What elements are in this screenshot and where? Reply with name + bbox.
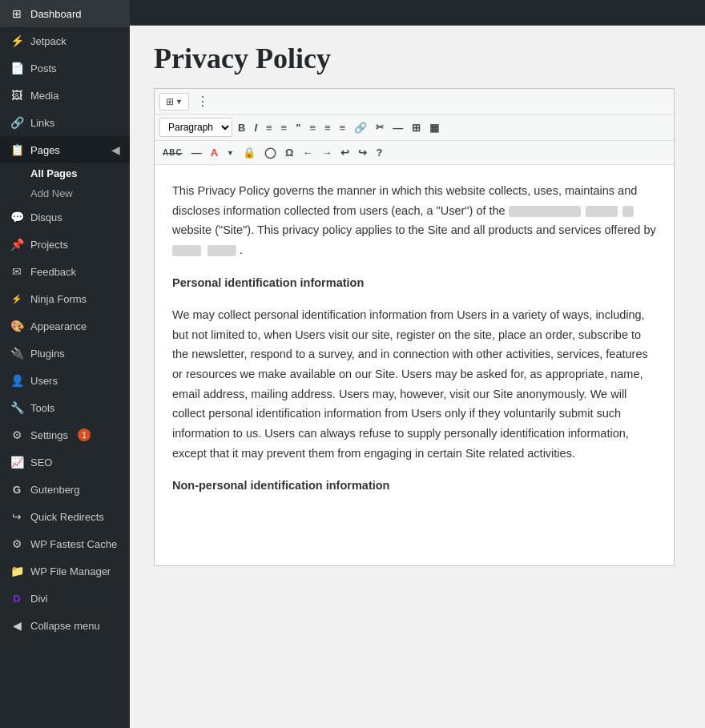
toolbar-more-button[interactable]: ⋮ <box>192 92 213 111</box>
sidebar-item-label: Posts <box>30 62 57 74</box>
undo-button[interactable]: ↩ <box>337 144 352 161</box>
clear-formatting-button[interactable]: ◯ <box>261 144 280 161</box>
collapse-icon: ◀ <box>10 618 24 633</box>
spellcheck-button[interactable]: ABC <box>159 146 186 159</box>
sidebar-item-label: Divi <box>30 593 48 605</box>
sidebar-item-settings[interactable]: ⚙ Settings 1 <box>0 421 130 448</box>
sidebar-item-feedback[interactable]: ✉ Feedback <box>0 258 130 285</box>
align-center-button[interactable]: ≡ <box>321 119 334 136</box>
sidebar-item-label: Tools <box>30 402 54 414</box>
sidebar-item-label: Ninja Forms <box>30 293 87 305</box>
sidebar-item-wp-fastest-cache[interactable]: ⚙ WP Fastest Cache <box>0 530 130 557</box>
settings-icon: ⚙ <box>10 428 24 442</box>
sidebar-item-label: Quick Redirects <box>30 511 104 523</box>
sidebar-item-projects[interactable]: 📌 Projects <box>0 231 130 258</box>
indent-button[interactable]: → <box>318 144 335 161</box>
help-button[interactable]: ? <box>373 144 385 161</box>
sidebar-item-dashboard[interactable]: ⊞ Dashboard <box>0 0 130 27</box>
sidebar-item-ninja-forms[interactable]: ⚡ Ninja Forms <box>0 285 130 312</box>
media-icon: 🖼 <box>10 88 24 103</box>
sidebar: ⊞ Dashboard ⚡ Jetpack 📄 Posts 🖼 Media 🔗 … <box>0 0 130 728</box>
lock-button[interactable]: 🔒 <box>240 144 259 161</box>
sidebar-item-label: Collapse menu <box>30 620 100 632</box>
editor-toolbar-main: Paragraph B I ≡ ≡ " ≡ ≡ ≡ 🔗 ✂ — ⊞ ▦ <box>155 115 674 141</box>
sidebar-item-label: Appearance <box>30 320 87 332</box>
blockquote-button[interactable]: " <box>292 119 304 136</box>
tools-icon: 🔧 <box>10 400 24 415</box>
sidebar-item-collapse[interactable]: ◀ Collapse menu <box>0 612 130 639</box>
sidebar-item-label: Pages <box>30 144 60 156</box>
sidebar-item-plugins[interactable]: 🔌 Plugins <box>0 340 130 367</box>
disqus-icon: 💬 <box>10 210 24 224</box>
sidebar-item-wp-file-manager[interactable]: 📁 WP File Manager <box>0 557 130 585</box>
wp-fastest-cache-icon: ⚙ <box>10 537 24 551</box>
sidebar-item-disqus[interactable]: 💬 Disqus <box>0 203 130 231</box>
italic-button[interactable]: I <box>251 119 260 136</box>
sidebar-item-links[interactable]: 🔗 Links <box>0 109 130 136</box>
sidebar-item-divi[interactable]: D Divi <box>0 585 130 612</box>
page-title: Privacy Policy <box>154 42 681 75</box>
special-chars-button[interactable]: Ω <box>282 144 296 161</box>
users-icon: 👤 <box>10 373 24 388</box>
redacted-url-2 <box>586 206 618 217</box>
sidebar-item-media[interactable]: 🖼 Media <box>0 82 130 109</box>
sidebar-item-jetpack[interactable]: ⚡ Jetpack <box>0 27 130 54</box>
align-left-button[interactable]: ≡ <box>306 119 319 136</box>
links-icon: 🔗 <box>10 115 24 130</box>
dashboard-icon: ⊞ <box>10 6 24 21</box>
toolbar-kitchen-sink-button[interactable]: ⊞ ▼ <box>159 93 189 111</box>
dropdown-arrow-icon: ▼ <box>175 98 183 106</box>
sidebar-item-label: Projects <box>30 239 68 251</box>
sidebar-sub-all-pages[interactable]: All Pages <box>0 163 130 183</box>
divi-icon: D <box>10 591 24 605</box>
text-color-button[interactable]: A <box>207 144 221 161</box>
paragraph-format-select[interactable]: Paragraph <box>159 118 232 137</box>
horizontal-rule-button[interactable]: — <box>188 144 205 161</box>
wp-file-manager-icon: 📁 <box>10 564 24 578</box>
insert-link-button[interactable]: 🔗 <box>351 119 370 136</box>
sidebar-item-quick-redirects[interactable]: ↪ Quick Redirects <box>0 503 130 530</box>
sidebar-item-label: Dashboard <box>30 8 82 20</box>
quick-redirects-icon: ↪ <box>10 509 24 524</box>
editor-body[interactable]: This Privacy Policy governs the manner i… <box>155 165 674 565</box>
sidebar-item-label: Feedback <box>30 266 76 278</box>
sidebar-item-users[interactable]: 👤 Users <box>0 367 130 394</box>
redo-button[interactable]: ↪ <box>355 144 370 161</box>
jetpack-icon: ⚡ <box>10 34 24 48</box>
settings-badge: 1 <box>78 428 91 441</box>
sidebar-item-appearance[interactable]: 🎨 Appearance <box>0 312 130 340</box>
text-color-dropdown[interactable]: ▼ <box>224 147 237 159</box>
editor-toolbar-top: ⊞ ▼ ⋮ <box>155 89 674 115</box>
editor-heading-2: Non-personal identification information <box>172 476 656 496</box>
ordered-list-button[interactable]: ≡ <box>278 119 291 136</box>
sidebar-sub-add-new[interactable]: Add New <box>0 183 130 203</box>
kitchen-sink-icon: ⊞ <box>166 96 174 107</box>
unordered-list-button[interactable]: ≡ <box>263 119 276 136</box>
sidebar-item-seo[interactable]: 📈 SEO <box>0 448 130 476</box>
sidebar-item-label: WP Fastest Cache <box>30 538 117 550</box>
sidebar-item-gutenberg[interactable]: G Gutenberg <box>0 476 130 503</box>
editor-toolbar-second: ABC — A ▼ 🔒 ◯ Ω ← → ↩ ↪ ? <box>155 141 674 165</box>
sidebar-item-label: Users <box>30 375 58 387</box>
insert-more-button[interactable]: — <box>389 119 406 136</box>
sidebar-item-label: Media <box>30 90 58 102</box>
sidebar-item-label: WP File Manager <box>30 565 111 577</box>
top-bar <box>130 0 705 26</box>
bold-button[interactable]: B <box>235 119 248 136</box>
outdent-button[interactable]: ← <box>299 144 316 161</box>
table-grid-button[interactable]: ▦ <box>426 119 442 136</box>
plugins-icon: 🔌 <box>10 346 24 360</box>
pages-arrow-icon: ◀ <box>111 143 120 156</box>
main-content: Privacy Policy ⊞ ▼ ⋮ Paragraph B I ≡ ≡ " <box>130 0 705 728</box>
posts-icon: 📄 <box>10 61 24 75</box>
sidebar-item-label: Disqus <box>30 211 62 223</box>
editor-paragraph-1: This Privacy Policy governs the manner i… <box>172 181 656 260</box>
insert-table-button[interactable]: ⊞ <box>409 119 424 136</box>
editor-heading-1: Personal identification information <box>172 273 656 293</box>
sidebar-item-tools[interactable]: 🔧 Tools <box>0 394 130 421</box>
align-right-button[interactable]: ≡ <box>336 119 349 136</box>
sidebar-item-posts[interactable]: 📄 Posts <box>0 54 130 82</box>
unlink-button[interactable]: ✂ <box>373 119 387 135</box>
sidebar-item-pages[interactable]: 📋 Pages ◀ <box>0 136 130 163</box>
feedback-icon: ✉ <box>10 264 24 279</box>
